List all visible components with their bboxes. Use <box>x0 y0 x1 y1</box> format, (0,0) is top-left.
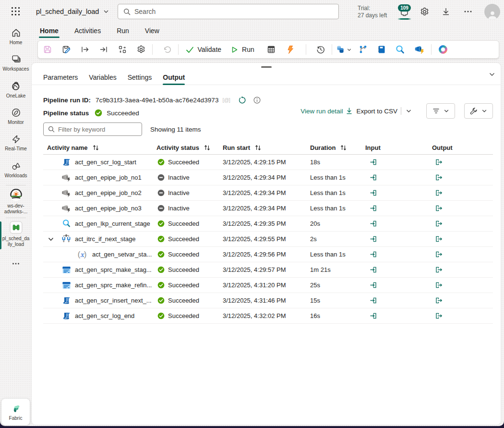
output-button[interactable] <box>435 312 443 320</box>
activity-name[interactable]: act_gen_epipe_job_no3 <box>75 205 142 212</box>
panel-collapse-button[interactable] <box>487 70 497 79</box>
ribbon-tab-home[interactable]: Home <box>40 23 59 38</box>
output-button[interactable] <box>435 204 443 212</box>
tab-variables[interactable]: Variables <box>89 70 116 85</box>
branch-button[interactable] <box>353 42 372 57</box>
export-options-chevron[interactable] <box>406 108 412 114</box>
item-switcher[interactable]: pl_sched_daily_load <box>36 0 109 23</box>
table-row[interactable]: act_gen_lkp_current_stageSucceeded3/12/2… <box>43 216 493 232</box>
validate-button[interactable]: Validate <box>180 42 226 57</box>
sidebar-item-pipeline-active[interactable]: pl_sched_daily_load <box>0 221 32 251</box>
notifications-button[interactable]: 109 <box>395 2 414 22</box>
input-button[interactable] <box>369 281 377 289</box>
activity-name[interactable]: act_gen_sprc_make_refin... <box>75 281 152 289</box>
settings-gear-button[interactable] <box>419 6 430 17</box>
sidebar-item-home[interactable]: Home <box>0 28 32 54</box>
export-csv-button[interactable]: Export to CSV <box>344 107 397 115</box>
activity-name[interactable]: act_gen_lkp_current_stage <box>75 220 150 227</box>
schedule-button[interactable] <box>262 42 280 57</box>
activity-name[interactable]: act_gen_setvar_sta... <box>92 251 152 258</box>
info-icon[interactable] <box>253 97 261 104</box>
more-options-button[interactable] <box>462 6 474 17</box>
app-launcher-waffle-icon[interactable] <box>11 6 21 17</box>
reference-button[interactable] <box>113 42 132 57</box>
save-button[interactable] <box>38 42 57 57</box>
export-button[interactable] <box>75 42 94 57</box>
activity-name[interactable]: act_itrc_if_next_stage <box>75 235 135 243</box>
activity-name[interactable]: act_gen_scr_log_end <box>75 312 134 319</box>
output-button[interactable] <box>435 173 443 182</box>
pipeline-settings-button[interactable] <box>132 42 150 57</box>
activity-name[interactable]: act_gen_scr_log_start <box>75 159 136 166</box>
search-activities-button[interactable] <box>390 42 409 57</box>
table-row[interactable]: act_gen_scr_log_startSucceeded3/12/2025,… <box>43 155 493 170</box>
output-button[interactable] <box>435 189 443 197</box>
output-button[interactable] <box>435 158 443 166</box>
activity-name[interactable]: act_gen_epipe_job_no2 <box>75 189 142 196</box>
input-button[interactable] <box>369 235 377 243</box>
undo-button[interactable] <box>157 42 176 57</box>
column-header-activity-name[interactable]: Activity name <box>43 144 156 151</box>
table-row[interactable]: act_gen_scr_log_endSucceeded3/12/2025, 4… <box>43 308 493 324</box>
column-header-run-start[interactable]: Run start <box>223 144 310 151</box>
copy-data-button[interactable] <box>334 42 353 57</box>
filter-dropdown-button[interactable] <box>426 103 455 119</box>
row-expand-chevron[interactable] <box>47 235 55 243</box>
download-app-button[interactable] <box>440 6 452 17</box>
fabric-home-button[interactable]: Fabric <box>1 399 30 425</box>
activity-name[interactable]: act_gen_scr_insert_next_... <box>75 297 152 304</box>
input-button[interactable] <box>369 220 377 228</box>
table-row[interactable]: act_gen_scr_insert_next_...Succeeded3/12… <box>43 293 493 308</box>
save-as-button[interactable] <box>57 42 75 57</box>
output-button[interactable] <box>435 296 443 305</box>
input-button[interactable] <box>369 250 377 258</box>
input-button[interactable] <box>369 266 377 274</box>
sidebar-item-workloads[interactable]: Workloads <box>0 161 32 183</box>
output-button[interactable] <box>435 235 443 243</box>
run-button[interactable]: Run <box>226 42 259 57</box>
sidebar-more-button[interactable] <box>0 257 32 271</box>
table-row[interactable]: act_gen_sprc_make_refin...Succeeded3/12/… <box>43 278 493 293</box>
table-row[interactable]: (x)act_gen_setvar_sta...Succeeded3/12/20… <box>43 247 493 262</box>
tab-output[interactable]: Output <box>163 70 185 85</box>
input-button[interactable] <box>369 312 377 320</box>
copilot-button[interactable] <box>433 42 452 57</box>
ribbon-tab-view[interactable]: View <box>145 23 159 38</box>
trigger-button[interactable] <box>281 42 299 57</box>
input-button[interactable] <box>369 173 377 182</box>
activity-name[interactable]: act_gen_epipe_job_no1 <box>75 174 142 181</box>
sidebar-item-monitor[interactable]: Monitor <box>0 108 32 134</box>
table-row[interactable]: act_itrc_if_next_stageSucceeded3/12/2025… <box>43 232 493 247</box>
search-input[interactable]: Search <box>118 4 339 19</box>
filter-keyword-input[interactable]: Filter by keyword <box>43 122 142 136</box>
input-button[interactable] <box>369 158 377 166</box>
tab-parameters[interactable]: Parameters <box>43 70 78 85</box>
ribbon-tab-run[interactable]: Run <box>117 23 129 38</box>
table-row[interactable]: act_gen_sprc_make_stag...Succeeded3/12/2… <box>43 262 493 278</box>
copy-run-id-button[interactable]: [@] <box>223 97 230 103</box>
invoke-pipeline-button[interactable] <box>409 42 429 57</box>
table-row[interactable]: act_gen_epipe_job_no2Inactive3/12/2025, … <box>43 185 493 201</box>
column-header-activity-status[interactable]: Activity status <box>156 144 223 151</box>
column-header-duration[interactable]: Duration <box>310 144 365 151</box>
import-button[interactable] <box>94 42 113 57</box>
tab-settings[interactable]: Settings <box>128 70 152 85</box>
output-button[interactable] <box>435 266 443 274</box>
output-button[interactable] <box>435 250 443 258</box>
refresh-button[interactable] <box>238 96 246 104</box>
input-button[interactable] <box>369 296 377 305</box>
output-button[interactable] <box>435 281 443 289</box>
input-button[interactable] <box>369 189 377 197</box>
ribbon-tab-activities[interactable]: Activities <box>74 23 101 38</box>
table-row[interactable]: act_gen_epipe_job_no1Inactive3/12/2025, … <box>43 170 493 185</box>
input-button[interactable] <box>369 204 377 212</box>
sidebar-item-workspaces[interactable]: Workspaces <box>0 54 32 81</box>
tools-dropdown-button[interactable] <box>464 103 493 119</box>
run-history-button[interactable] <box>311 42 330 57</box>
sidebar-item-workspace-advwrks[interactable]: ws-dev-advwrks-... <box>0 188 32 215</box>
user-avatar[interactable] <box>484 4 500 20</box>
view-run-detail-link[interactable]: View run detail <box>300 108 343 115</box>
notebook-button[interactable] <box>372 42 390 57</box>
output-button[interactable] <box>435 220 443 228</box>
sidebar-item-realtime[interactable]: Real-Time <box>0 134 32 161</box>
